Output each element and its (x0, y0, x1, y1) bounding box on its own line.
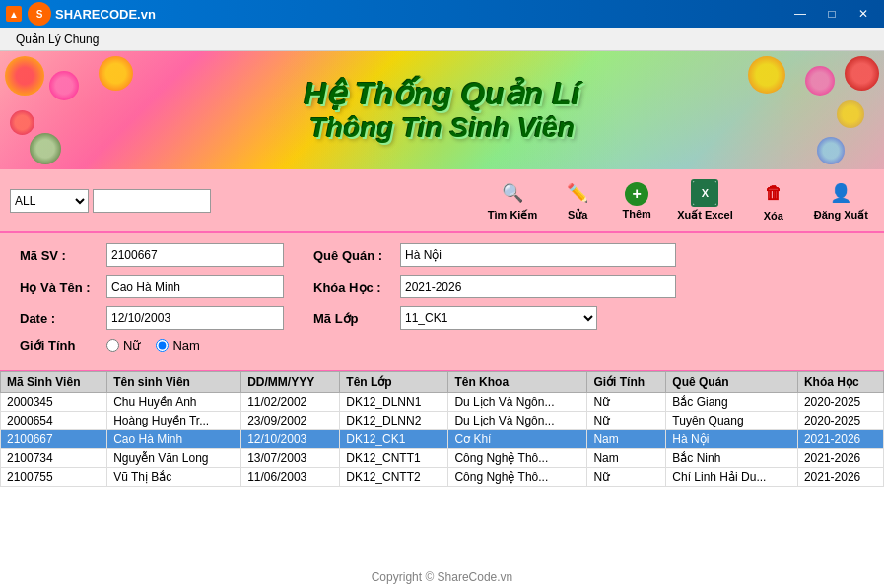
edit-button[interactable]: ✏️ Sửa (553, 177, 602, 224)
table-row[interactable]: 2000345Chu Huyền Anh11/02/2002DK12_DLNN1… (1, 393, 884, 412)
logout-button[interactable]: 👤 Đăng Xuất (808, 177, 874, 224)
radio-group-gioitinh: Nữ Nam (106, 338, 200, 353)
search-dropdown[interactable]: ALL Mã SV Họ Tên Quê Quán (10, 189, 89, 213)
form-group-gioitinh: Giới Tính Nữ Nam (20, 338, 200, 353)
gioitinh-label: Giới Tính (20, 338, 99, 353)
col-tenkhoa: Tên Khoa (448, 372, 587, 393)
add-icon: + (625, 182, 648, 206)
form-row-3: Date : Mã Lớp 11_CK1 DK12_DLNN1 DK12_DLN… (20, 306, 864, 330)
form-group-hovaten: Họ Và Tên : (20, 275, 284, 298)
quequan-input[interactable] (400, 243, 676, 267)
excel-icon: X (691, 179, 718, 207)
table-row[interactable]: 2100667Cao Hà Minh12/10/2003DK12_CK1Cơ K… (1, 430, 884, 449)
hovaten-input[interactable] (106, 275, 284, 298)
search-icon: 🔍 (499, 179, 526, 207)
masv-label: Mã SV : (20, 248, 99, 263)
col-masv: Mã Sinh Viên (1, 372, 107, 393)
radio-nam[interactable] (156, 339, 169, 352)
form-group-malop: Mã Lớp 11_CK1 DK12_DLNN1 DK12_DLNN2 DK12… (313, 306, 597, 330)
form-row-1: Mã SV : Quê Quán : (20, 243, 864, 267)
form-group-masv: Mã SV : (20, 243, 284, 267)
date-label: Date : (20, 311, 99, 326)
banner-title2: Thông Tin Sinh Viên (309, 112, 575, 144)
menu-item-quanly[interactable]: Quản Lý Chung (8, 31, 106, 48)
form-area: Mã SV : Quê Quán : Họ Và Tên : Khóa Học … (0, 233, 884, 371)
student-table: Mã Sinh Viên Tên sinh Viên DD/MM/YYY Tên… (0, 371, 884, 487)
toolbar: ALL Mã SV Họ Tên Quê Quán 🔍 Tìm Kiếm ✏️ … (0, 169, 884, 233)
khoahoc-label: Khóa Học : (313, 280, 392, 294)
col-quequan: Quê Quán (666, 372, 798, 393)
delete-button[interactable]: 🗑 Xóa (749, 178, 798, 224)
masv-input[interactable] (106, 243, 284, 267)
hovaten-label: Họ Và Tên : (20, 280, 99, 294)
date-input[interactable] (106, 306, 284, 330)
copyright: Copyright © ShareCode.vn (372, 570, 513, 584)
menu-bar: Quản Lý Chung (0, 28, 884, 51)
title-bar-controls: — □ ✕ (785, 4, 878, 24)
col-tenlop: Tên Lớp (340, 372, 448, 393)
quequan-label: Quê Quán : (313, 248, 392, 263)
minimize-button[interactable]: — (785, 4, 815, 24)
table-row[interactable]: 2100734Nguyễn Văn Long13/07/2003DK12_CNT… (1, 449, 884, 468)
table-row[interactable]: 2100755Vũ Thị Bắc11/06/2003DK12_CNTT2Côn… (1, 468, 884, 487)
search-group: ALL Mã SV Họ Tên Quê Quán (10, 189, 211, 213)
close-button[interactable]: ✕ (849, 4, 878, 24)
radio-nu-label[interactable]: Nữ (106, 338, 140, 353)
edit-icon: ✏️ (564, 179, 591, 207)
malop-label: Mã Lớp (313, 311, 392, 326)
maximize-button[interactable]: □ (817, 4, 847, 24)
form-row-2: Họ Và Tên : Khóa Học : (20, 275, 864, 298)
khoahoc-input[interactable] (400, 275, 676, 298)
radio-nam-label[interactable]: Nam (156, 338, 199, 353)
app-icon: ▲ (6, 6, 22, 22)
search-input[interactable] (93, 189, 211, 213)
table-header: Mã Sinh Viên Tên sinh Viên DD/MM/YYY Tên… (1, 372, 884, 393)
logout-icon: 👤 (827, 179, 854, 207)
table-container: Mã Sinh Viên Tên sinh Viên DD/MM/YYY Tên… (0, 371, 884, 588)
sharecode-logo-text: SHARECODE.vn (55, 7, 156, 22)
excel-button[interactable]: X Xuất Excel (671, 177, 739, 224)
form-row-4: Giới Tính Nữ Nam (20, 338, 864, 353)
sharecode-logo-icon: S (28, 2, 51, 26)
sharecode-logo: S SHARECODE.vn (28, 2, 156, 26)
table-row[interactable]: 2000654Hoàng Huyền Tr...23/09/2002DK12_D… (1, 412, 884, 430)
col-gioitinh: Giới Tính (587, 372, 666, 393)
radio-nu-text: Nữ (123, 338, 140, 353)
header-banner: Hệ Thống Quản Lí Thông Tin Sinh Viên (0, 51, 884, 169)
col-tensv: Tên sinh Viên (107, 372, 241, 393)
form-group-khoahoc: Khóa Học : (313, 275, 676, 298)
form-group-date: Date : (20, 306, 284, 330)
radio-nam-text: Nam (172, 338, 199, 353)
add-button[interactable]: + Thêm (612, 180, 661, 222)
table-body: 2000345Chu Huyền Anh11/02/2002DK12_DLNN1… (1, 393, 884, 487)
malop-select[interactable]: 11_CK1 DK12_DLNN1 DK12_DLNN2 DK12_CK1 DK… (400, 306, 597, 330)
banner-title1: Hệ Thống Quản Lí (304, 77, 579, 111)
col-date: DD/MM/YYY (241, 372, 340, 393)
delete-icon: 🗑 (760, 180, 787, 208)
title-bar: ▲ S SHARECODE.vn — □ ✕ (0, 0, 884, 28)
radio-nu[interactable] (106, 339, 119, 352)
form-group-quequan: Quê Quán : (313, 243, 676, 267)
col-khoahoc: Khóa Học (797, 372, 883, 393)
search-button[interactable]: 🔍 Tìm Kiếm (482, 177, 543, 224)
main-content: Hệ Thống Quản Lí Thông Tin Sinh Viên ALL… (0, 51, 884, 588)
